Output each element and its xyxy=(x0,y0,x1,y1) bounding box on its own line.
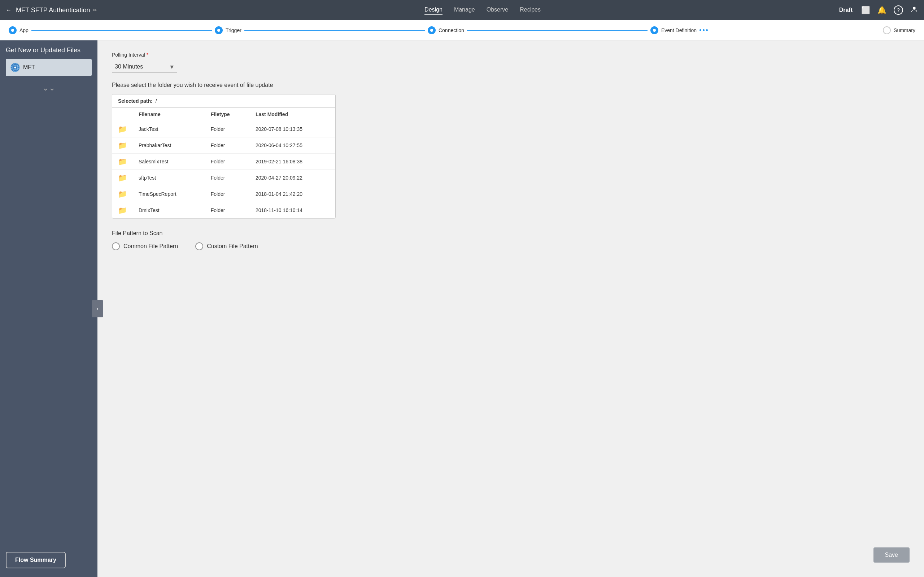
polling-interval-select[interactable]: 5 Minutes 10 Minutes 15 Minutes 30 Minut… xyxy=(112,61,177,73)
step-circle-summary xyxy=(883,26,891,34)
radio-group-file-pattern: Common File Pattern Custom File Pattern xyxy=(112,242,909,250)
file-browser: Selected path: / Filename Filetype Last … xyxy=(112,94,336,219)
cell-filetype: Folder xyxy=(205,154,250,170)
polling-interval-group: Polling Interval * 5 Minutes 10 Minutes … xyxy=(112,52,909,73)
svg-point-8 xyxy=(14,67,16,69)
folder-icon: 📁 xyxy=(118,190,127,198)
folder-instruction: Please select the folder you wish to rec… xyxy=(112,82,909,89)
step-circle-app xyxy=(9,26,16,34)
folder-icon-cell: 📁 xyxy=(112,121,133,137)
step-trigger[interactable]: Trigger xyxy=(215,26,241,34)
cell-filetype: Folder xyxy=(205,202,250,219)
table-header-row: Filename Filetype Last Modified xyxy=(112,108,335,121)
folder-icon: 📁 xyxy=(118,158,127,166)
step-label-summary: Summary xyxy=(894,27,915,33)
selected-path-label: Selected path: xyxy=(118,98,153,104)
user-icon[interactable] xyxy=(910,5,918,15)
table-row[interactable]: 📁 TimeSpecReport Folder 2018-01-04 21:42… xyxy=(112,186,335,202)
table-row[interactable]: 📁 PrabhakarTest Folder 2020-06-04 10:27:… xyxy=(112,137,335,154)
cell-lastmodified: 2018-11-10 16:10:14 xyxy=(250,202,335,219)
svg-point-2 xyxy=(217,29,220,32)
export-icon[interactable]: ⬜ xyxy=(861,6,870,15)
step-label-trigger: Trigger xyxy=(226,27,241,33)
cell-lastmodified: 2020-06-04 10:27:55 xyxy=(250,137,335,154)
folder-icon: 📁 xyxy=(118,206,127,214)
draft-badge: Draft xyxy=(839,7,853,13)
step-line-1 xyxy=(31,30,212,31)
top-nav: ← MFT SFTP Authentication ✏ Design Manag… xyxy=(0,0,924,20)
col-icon xyxy=(112,108,133,121)
cell-filename: PrabhakarTest xyxy=(133,137,205,154)
polling-interval-label: Polling Interval * xyxy=(112,52,909,58)
svg-point-0 xyxy=(913,6,915,9)
file-pattern-group: File Pattern to Scan Common File Pattern… xyxy=(112,230,909,250)
save-button[interactable]: Save xyxy=(874,548,909,562)
radio-label-custom: Custom File Pattern xyxy=(207,243,258,250)
table-row[interactable]: 📁 sftpTest Folder 2020-04-27 20:09:22 xyxy=(112,170,335,186)
nav-tabs: Design Manage Observe Recipes xyxy=(126,5,839,15)
step-summary[interactable]: Summary xyxy=(883,26,915,34)
cell-filetype: Folder xyxy=(205,137,250,154)
sidebar-step-title: Get New or Updated Files xyxy=(6,46,92,55)
col-filetype: Filetype xyxy=(205,108,250,121)
folder-icon-cell: 📁 xyxy=(112,186,133,202)
bell-icon[interactable]: 🔔 xyxy=(877,6,887,15)
cell-lastmodified: 2018-01-04 21:42:20 xyxy=(250,186,335,202)
step-connection[interactable]: Connection xyxy=(428,26,464,34)
table-row[interactable]: 📁 JackTest Folder 2020-07-08 10:13:35 xyxy=(112,121,335,137)
back-button[interactable]: ← xyxy=(6,7,11,13)
tab-manage[interactable]: Manage xyxy=(454,5,475,15)
step-label-connection: Connection xyxy=(439,27,464,33)
app-title: MFT SFTP Authentication xyxy=(16,6,90,14)
mft-connector-icon xyxy=(10,62,20,73)
tab-design[interactable]: Design xyxy=(425,5,443,15)
cell-filename: SalesmixTest xyxy=(133,154,205,170)
top-actions: ⬜ 🔔 ? xyxy=(861,5,918,15)
polling-interval-select-wrapper: 5 Minutes 10 Minutes 15 Minutes 30 Minut… xyxy=(112,61,177,73)
collapse-chevron-icon: ‹ xyxy=(97,306,99,311)
step-label-app: App xyxy=(19,27,29,33)
cell-lastmodified: 2020-07-08 10:13:35 xyxy=(250,121,335,137)
file-pattern-label: File Pattern to Scan xyxy=(112,230,909,237)
back-arrow-icon: ← xyxy=(6,7,11,13)
step-circle-event xyxy=(650,26,658,34)
cell-filetype: Folder xyxy=(205,170,250,186)
tab-recipes[interactable]: Recipes xyxy=(520,5,541,15)
table-row[interactable]: 📁 SalesmixTest Folder 2019-02-21 16:08:3… xyxy=(112,154,335,170)
step-label-event: Event Definition xyxy=(661,27,696,33)
svg-point-1 xyxy=(11,29,14,32)
step-event-definition[interactable]: Event Definition xyxy=(650,26,696,34)
wizard-steps: App Trigger Connection Event Definition … xyxy=(0,20,924,40)
cell-lastmodified: 2020-04-27 20:09:22 xyxy=(250,170,335,186)
folder-icon: 📁 xyxy=(118,174,127,182)
folder-icon-cell: 📁 xyxy=(112,154,133,170)
radio-circle-common xyxy=(112,242,120,250)
sidebar-item-mft[interactable]: MFT xyxy=(6,59,92,76)
tab-observe[interactable]: Observe xyxy=(486,5,508,15)
table-row[interactable]: 📁 DmixTest Folder 2018-11-10 16:10:14 xyxy=(112,202,335,219)
mft-label: MFT xyxy=(23,64,35,71)
edit-icon[interactable]: ✏ xyxy=(93,7,97,13)
cell-lastmodified: 2019-02-21 16:08:38 xyxy=(250,154,335,170)
help-icon[interactable]: ? xyxy=(894,5,903,15)
radio-common-file-pattern[interactable]: Common File Pattern xyxy=(112,242,178,250)
cell-filetype: Folder xyxy=(205,121,250,137)
sidebar-collapse-button[interactable]: ‹ xyxy=(92,300,103,318)
main-layout: Get New or Updated Files MFT ⌄⌄ ‹ Flow S… xyxy=(0,40,924,577)
step-app[interactable]: App xyxy=(9,26,29,34)
folder-icon-cell: 📁 xyxy=(112,170,133,186)
required-marker: * xyxy=(145,52,149,58)
cell-filename: TimeSpecReport xyxy=(133,186,205,202)
step-line-3 xyxy=(467,30,648,31)
folder-icon-cell: 📁 xyxy=(112,137,133,154)
flow-summary-button[interactable]: Flow Summary xyxy=(6,552,66,568)
folder-icon: 📁 xyxy=(118,125,127,133)
radio-circle-custom xyxy=(195,242,203,250)
step-circle-connection xyxy=(428,26,436,34)
sidebar: Get New or Updated Files MFT ⌄⌄ ‹ Flow S… xyxy=(0,40,97,577)
svg-point-3 xyxy=(430,29,433,32)
cell-filename: sftpTest xyxy=(133,170,205,186)
file-table: Filename Filetype Last Modified 📁 JackTe… xyxy=(112,108,335,218)
col-lastmodified: Last Modified xyxy=(250,108,335,121)
radio-custom-file-pattern[interactable]: Custom File Pattern xyxy=(195,242,258,250)
